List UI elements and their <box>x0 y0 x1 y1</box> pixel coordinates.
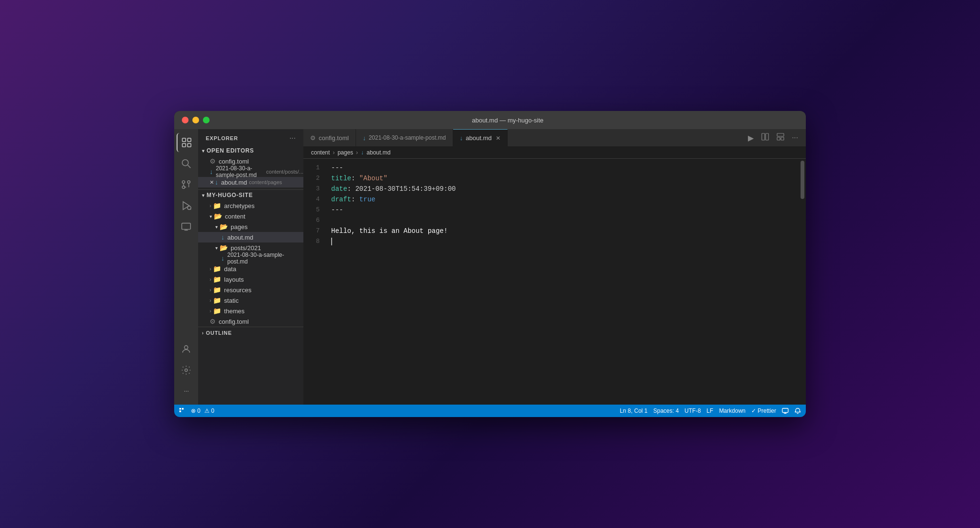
status-formatter[interactable]: ✓ Prettier <box>751 407 776 414</box>
my-hugo-site-label: MY-HUGO-SITE <box>207 192 253 198</box>
maximize-button[interactable] <box>203 117 210 123</box>
status-bell[interactable] <box>794 407 801 415</box>
open-editor-sample-post-path: content/posts/... <box>266 169 303 175</box>
posts-chevron: ▾ <box>215 245 218 251</box>
activity-item-settings[interactable] <box>177 361 196 380</box>
status-position[interactable]: Ln 8, Col 1 <box>620 407 647 414</box>
activity-item-search[interactable] <box>177 154 196 173</box>
status-git[interactable] <box>179 407 187 415</box>
folder-open-icon: 📂 <box>214 212 222 220</box>
status-remote[interactable] <box>782 407 789 415</box>
folder-resources[interactable]: › 📁 resources <box>198 285 303 295</box>
status-spaces[interactable]: Spaces: 4 <box>653 407 679 414</box>
open-editor-config-toml-label: config.toml <box>219 158 249 165</box>
breadcrumb: content › pages › ↓ about.md <box>303 146 806 159</box>
layouts-chevron: › <box>210 277 211 282</box>
line-num-7: 7 <box>303 226 320 236</box>
my-hugo-site-header[interactable]: ▾ MY-HUGO-SITE <box>198 190 303 200</box>
status-warnings[interactable]: ⚠ 0 <box>204 407 214 414</box>
md-post-icon: ↓ <box>221 254 224 262</box>
tab-close-button[interactable]: ✕ <box>496 135 501 142</box>
breadcrumb-pages: pages <box>337 149 353 156</box>
tab-config-toml[interactable]: ⚙ config.toml <box>303 129 356 146</box>
folder-pages[interactable]: ▾ 📂 pages <box>198 221 303 232</box>
activity-item-explorer[interactable] <box>177 133 196 152</box>
status-encoding[interactable]: UTF-8 <box>685 407 701 414</box>
breadcrumb-sep-1: › <box>333 149 334 156</box>
open-editor-sample-post-label: 2021-08-30-a-sample-post.md <box>216 165 264 178</box>
text-cursor <box>331 238 332 245</box>
config-gear-icon: ⚙ <box>210 318 216 325</box>
md-icon: ↓ <box>210 168 213 176</box>
themes-chevron: › <box>210 308 211 314</box>
status-language[interactable]: Markdown <box>719 407 746 414</box>
open-editors-header[interactable]: ▾ Open Editors <box>198 145 303 156</box>
open-editor-about-md-path: content/pages <box>249 179 282 185</box>
titlebar: about.md — my-hugo-site <box>174 111 806 129</box>
pages-chevron: ▾ <box>215 224 218 230</box>
tab-sample-post[interactable]: ↓ 2021-08-30-a-sample-post.md <box>356 129 453 146</box>
resources-label: resources <box>224 286 251 294</box>
svg-point-7 <box>188 181 190 184</box>
sample-post-label: 2021-08-30-a-sample-post.md <box>227 252 303 265</box>
file-about-md[interactable]: ↓ about.md <box>198 232 303 242</box>
code-line-6 <box>331 215 799 226</box>
about-md-label: about.md <box>227 234 253 241</box>
folder-data[interactable]: › 📁 data <box>198 264 303 274</box>
svg-point-4 <box>182 160 189 166</box>
open-editor-about-md-label: about.md <box>221 179 247 186</box>
activity-bar: ··· <box>174 129 198 405</box>
tab-config-gear-icon: ⚙ <box>310 134 316 142</box>
folder-static-icon: 📁 <box>213 297 221 304</box>
tabs-bar: ⚙ config.toml ↓ 2021-08-30-a-sample-post… <box>303 129 806 146</box>
code-line-7: Hello, this is an About page! <box>331 226 799 236</box>
activity-item-more[interactable]: ··· <box>177 382 196 401</box>
folder-content[interactable]: ▾ 📂 content <box>198 211 303 221</box>
open-editor-about-md[interactable]: ✕ ↓ about.md content/pages <box>198 177 303 187</box>
code-editor[interactable]: --- title: "About" date: 2021-08-30T15:5… <box>327 159 799 405</box>
more-actions[interactable]: ··· <box>790 132 800 143</box>
content-label: content <box>225 213 245 220</box>
folder-archetypes[interactable]: › 📁 archetypes <box>198 200 303 211</box>
md-file-icon: ↓ <box>221 233 224 241</box>
themes-label: themes <box>224 308 245 315</box>
layout-action[interactable] <box>775 132 786 143</box>
posts-2021-label: posts/2021 <box>231 244 261 252</box>
folder-pages-icon: 📂 <box>220 223 228 231</box>
tab-about-md[interactable]: ↓ about.md ✕ <box>453 129 508 146</box>
svg-point-15 <box>184 346 188 349</box>
folder-themes[interactable]: › 📁 themes <box>198 306 303 316</box>
file-config-toml[interactable]: ⚙ config.toml <box>198 316 303 327</box>
folder-layouts[interactable]: › 📁 layouts <box>198 274 303 285</box>
window-title: about.md — my-hugo-site <box>217 117 798 124</box>
tok-line7: Hello, this is an About page! <box>331 226 448 236</box>
tok-draft-key: draft <box>331 194 351 205</box>
code-line-5: --- <box>331 205 799 215</box>
status-line-ending[interactable]: LF <box>707 407 713 414</box>
tok-date-key: date <box>331 184 347 194</box>
editor-content[interactable]: 1 2 3 4 5 6 7 8 --- title: "About" date:… <box>303 159 806 405</box>
breadcrumb-sep-2: › <box>356 149 358 156</box>
line-num-1: 1 <box>303 163 320 173</box>
sidebar-header: Explorer ··· <box>198 129 303 145</box>
line-num-3: 3 <box>303 184 320 194</box>
tab-about-md-label: about.md <box>466 134 491 142</box>
sidebar-more-actions[interactable]: ··· <box>290 134 296 143</box>
status-errors[interactable]: ⊗ 0 <box>191 407 200 414</box>
main-area: ··· Explorer ··· ▾ Open Editors ⚙ config… <box>174 129 806 405</box>
activity-item-remote[interactable] <box>177 217 196 236</box>
close-button[interactable] <box>182 117 189 123</box>
activity-item-source-control[interactable] <box>177 175 196 194</box>
activity-item-accounts[interactable] <box>177 340 196 359</box>
minimize-button[interactable] <box>192 117 199 123</box>
folder-static[interactable]: › 📁 static <box>198 295 303 306</box>
pages-label: pages <box>231 223 247 231</box>
open-editor-sample-post[interactable]: ↓ 2021-08-30-a-sample-post.md content/po… <box>198 166 303 177</box>
split-editor-action[interactable] <box>759 132 771 143</box>
file-sample-post[interactable]: ↓ 2021-08-30-a-sample-post.md <box>198 253 303 264</box>
run-action[interactable]: ▶ <box>746 132 756 143</box>
activity-item-run[interactable] <box>177 196 196 215</box>
scrollbar[interactable] <box>799 159 806 405</box>
sidebar: Explorer ··· ▾ Open Editors ⚙ config.tom… <box>198 129 303 405</box>
outline-section[interactable]: › Outline <box>198 327 303 339</box>
